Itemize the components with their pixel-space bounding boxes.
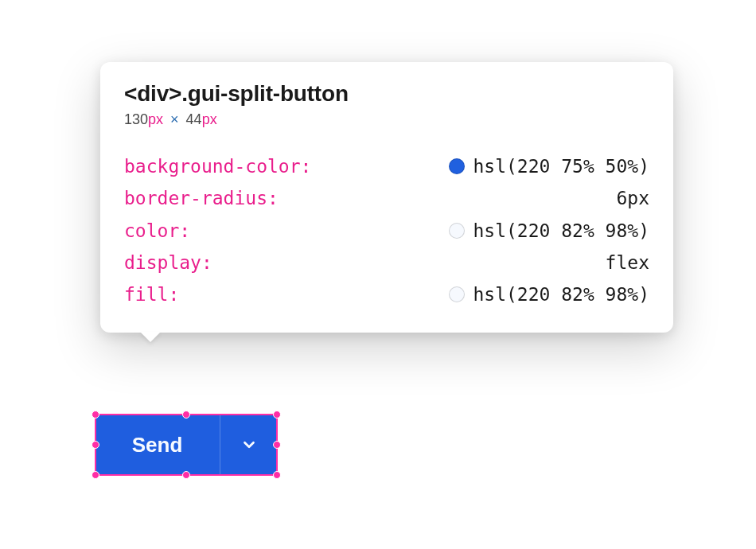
property-row: color:hsl(220 82% 98%) [124,215,649,247]
dim-times: × [170,111,179,127]
property-row: display:flex [124,247,649,278]
property-value: flex [606,247,649,278]
inspector-tooltip: <div>.gui-split-button 130px × 44px back… [100,62,673,333]
send-button-label: Send [132,433,183,458]
color-swatch [449,223,465,239]
element-dimensions: 130px × 44px [124,111,649,128]
property-value: hsl(220 75% 50%) [473,150,649,182]
property-value: hsl(220 82% 98%) [473,215,649,247]
property-row: background-color:hsl(220 75% 50%) [124,150,649,182]
dim-height: 44 [186,111,202,127]
dim-width: 130 [124,111,148,127]
tooltip-arrow [140,332,161,342]
properties-list: background-color:hsl(220 75% 50%)border-… [124,150,649,310]
property-value: 6px [616,182,649,214]
element-selector: <div>.gui-split-button [124,81,649,107]
property-name: border-radius: [124,182,279,214]
split-button[interactable]: Send [95,414,278,476]
split-dropdown-button[interactable] [220,414,278,476]
property-row: fill:hsl(220 82% 98%) [124,278,649,310]
property-name: color: [124,215,190,247]
property-name: fill: [124,278,179,310]
send-button[interactable]: Send [95,414,220,476]
dim-height-unit: px [202,111,217,127]
dim-width-unit: px [148,111,163,127]
property-name: display: [124,247,212,278]
property-value: hsl(220 82% 98%) [473,278,649,310]
property-row: border-radius:6px [124,182,649,214]
color-swatch [449,158,465,174]
chevron-down-icon [240,436,258,454]
selected-element-wrapper: Send [95,414,278,476]
property-name: background-color: [124,150,311,182]
color-swatch [449,286,465,302]
